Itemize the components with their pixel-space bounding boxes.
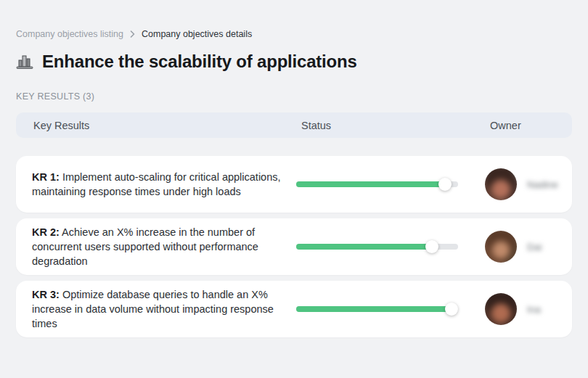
kr-label: KR 1: <box>32 171 60 183</box>
table-row[interactable]: KR 3: Optimize database queries to handl… <box>16 281 572 337</box>
column-header-status: Status <box>296 120 478 131</box>
objective-details-page: Company objectives listing Company objec… <box>0 0 588 337</box>
breadcrumb: Company objectives listing Company objec… <box>16 29 572 39</box>
table-header: Key Results Status Owner <box>16 112 572 138</box>
slider-handle[interactable] <box>438 178 452 191</box>
owner-cell: Ina <box>478 293 572 325</box>
progress-slider[interactable] <box>296 178 458 191</box>
key-results-list: KR 1: Implement auto-scaling for critica… <box>16 156 572 337</box>
avatar <box>485 168 517 200</box>
owner-name: Dai <box>527 242 542 252</box>
slider-fill <box>296 306 452 312</box>
owner-cell: Nadine <box>478 168 572 200</box>
kr-label: KR 3: <box>32 289 60 300</box>
kr-text: Achieve an X% increase in the number of … <box>32 226 258 267</box>
kr-description: KR 1: Implement auto-scaling for critica… <box>16 170 286 199</box>
column-header-key-results: Key Results <box>16 120 296 131</box>
slider-handle[interactable] <box>425 240 438 253</box>
slider-fill <box>296 181 445 187</box>
title-row: Enhance the scalability of applications <box>16 52 572 72</box>
owner-cell: Dai <box>478 231 572 263</box>
breadcrumb-item-listing[interactable]: Company objectives listing <box>16 29 123 39</box>
progress-slider[interactable] <box>296 240 458 253</box>
kr-description: KR 3: Optimize database queries to handl… <box>16 287 286 331</box>
kr-text: Optimize database queries to handle an X… <box>32 289 274 329</box>
owner-name: Nadine <box>527 179 558 190</box>
chevron-right-icon <box>130 30 135 38</box>
status-cell <box>296 240 478 253</box>
key-results-section-label: KEY RESULTS (3) <box>16 91 572 102</box>
table-row[interactable]: KR 1: Implement auto-scaling for critica… <box>16 156 572 213</box>
slider-handle[interactable] <box>445 303 458 316</box>
kr-label: KR 2: <box>32 226 60 238</box>
progress-slider[interactable] <box>296 303 458 316</box>
kr-text: Implement auto-scaling for critical appl… <box>32 171 281 197</box>
status-cell <box>296 178 478 191</box>
page-title: Enhance the scalability of applications <box>42 52 357 72</box>
building-bar-chart-icon <box>16 53 35 70</box>
avatar <box>485 231 517 263</box>
breadcrumb-item-details: Company objectives details <box>142 29 252 39</box>
status-cell <box>296 303 478 316</box>
avatar <box>485 293 517 325</box>
column-header-owner: Owner <box>478 120 572 131</box>
table-row[interactable]: KR 2: Achieve an X% increase in the numb… <box>16 218 572 275</box>
kr-description: KR 2: Achieve an X% increase in the numb… <box>16 225 286 268</box>
owner-name: Ina <box>527 304 541 315</box>
slider-fill <box>296 244 432 250</box>
